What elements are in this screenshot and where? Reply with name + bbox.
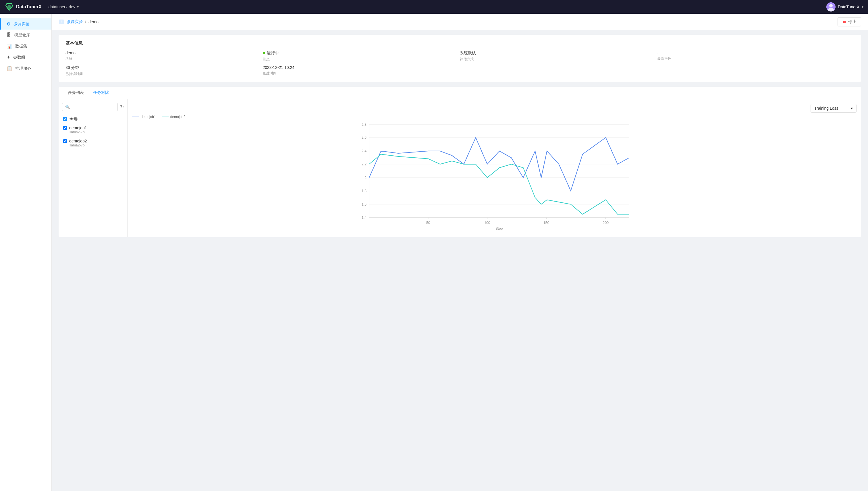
- svg-text:150: 150: [544, 221, 549, 225]
- stop-button[interactable]: ⏹ 停止: [838, 17, 861, 26]
- info-score-value: -: [657, 51, 855, 55]
- tab-task-compare[interactable]: 任务对比: [88, 87, 114, 99]
- user-menu[interactable]: DataTunerX ▾: [826, 2, 863, 11]
- logo-text: DataTunerX: [16, 4, 42, 9]
- user-chevron-icon: ▾: [862, 5, 863, 9]
- info-duration: 36 分钟 已持续时间: [65, 65, 263, 76]
- breadcrumb-current: demo: [88, 20, 98, 24]
- svg-text:2.2: 2.2: [361, 162, 367, 166]
- left-panel: 🔍 ↻ 全选 demojob1 llama: [59, 99, 127, 237]
- breadcrumb-section[interactable]: 微调实验: [67, 19, 83, 24]
- svg-text:2.6: 2.6: [361, 136, 367, 140]
- select-all-label: 全选: [69, 116, 78, 121]
- job1-model: llama2-7b: [69, 130, 123, 134]
- svg-text:200: 200: [603, 221, 609, 225]
- job-item-2[interactable]: demojob2 llama2-7b: [62, 136, 124, 150]
- info-eval-value: 系统默认: [460, 51, 657, 56]
- job1-checkbox[interactable]: [63, 126, 67, 130]
- sidebar-label-infer-service: 推理服务: [15, 66, 31, 71]
- logo[interactable]: DataTunerX: [5, 2, 42, 11]
- chart-legend: demojob1 demojob2: [132, 115, 857, 119]
- status-dot-icon: [263, 52, 265, 54]
- metric-label: Training Loss: [814, 106, 838, 111]
- chart-header: Training Loss ▾: [132, 104, 857, 113]
- breadcrumb-bar: F 微调实验 / demo ⏹ 停止: [52, 14, 868, 30]
- info-duration-label: 已持续时间: [65, 71, 263, 76]
- info-grid: demo 名称 运行中 状态 系统默认 评估方式 - 最高评分: [65, 51, 854, 76]
- demojob2-line: [369, 154, 629, 214]
- tab-task-list[interactable]: 任务列表: [63, 87, 88, 99]
- sidebar-item-finetune[interactable]: ⚙ 微调实验: [0, 18, 51, 30]
- basic-info-title: 基本信息: [65, 40, 854, 46]
- metric-selector[interactable]: Training Loss ▾: [811, 104, 857, 113]
- job2-name: demojob2: [69, 139, 87, 143]
- topbar: DataTunerX datatunerx-dev ▾ DataTunerX ▾: [0, 0, 868, 14]
- tabs-header: 任务列表 任务对比: [59, 87, 861, 99]
- legend-line-1: [132, 117, 139, 117]
- sidebar-item-model-repo[interactable]: 🗄 模型仓库: [0, 30, 51, 40]
- search-input[interactable]: [71, 105, 115, 109]
- stop-label: 停止: [848, 19, 856, 24]
- svg-text:1.6: 1.6: [361, 202, 367, 206]
- svg-text:F: F: [61, 20, 62, 24]
- svg-text:2.4: 2.4: [361, 149, 367, 153]
- dataset-icon: 📊: [7, 44, 12, 49]
- sidebar-item-param-group[interactable]: ✦ 参数组: [0, 52, 51, 63]
- info-score: - 最高评分: [657, 51, 855, 62]
- info-eval: 系统默认 评估方式: [460, 51, 657, 62]
- stop-icon: ⏹: [842, 20, 846, 24]
- model-repo-icon: 🗄: [7, 32, 11, 38]
- svg-text:2: 2: [365, 176, 367, 180]
- job2-checkbox[interactable]: [63, 139, 67, 143]
- svg-text:100: 100: [484, 221, 490, 225]
- infer-icon: 📋: [7, 66, 12, 71]
- svg-text:1.8: 1.8: [361, 189, 367, 193]
- info-duration-value: 36 分钟: [65, 65, 263, 70]
- sidebar-item-dataset[interactable]: 📊 数据集: [0, 40, 51, 52]
- main-content: F 微调实验 / demo ⏹ 停止 基本信息 demo 名称: [52, 14, 868, 491]
- info-created-value: 2023-12-21 10:24: [263, 65, 460, 70]
- search-row: 🔍 ↻: [62, 103, 124, 111]
- sidebar: ⚙ 微调实验 🗄 模型仓库 📊 数据集 ✦ 参数组 📋 推理服务: [0, 14, 52, 491]
- user-name: DataTunerX: [838, 5, 859, 9]
- logo-icon: [5, 2, 14, 11]
- info-name-label: 名称: [65, 56, 263, 61]
- sidebar-label-finetune: 微调实验: [13, 22, 30, 27]
- param-icon: ✦: [7, 55, 10, 60]
- project-name: datatunerx-dev: [49, 5, 75, 9]
- finetune-icon: ⚙: [7, 21, 11, 27]
- training-loss-chart: .axis-text { font-size: 11px; fill: #999…: [132, 121, 857, 230]
- task-compare-content: 🔍 ↻ 全选 demojob1 llama: [59, 99, 861, 237]
- info-name: demo 名称: [65, 51, 263, 62]
- refresh-button[interactable]: ↻: [120, 104, 124, 110]
- info-status-label: 状态: [263, 57, 460, 62]
- search-box[interactable]: 🔍: [62, 103, 118, 111]
- job1-name: demojob1: [69, 125, 87, 130]
- svg-point-3: [829, 4, 833, 7]
- sidebar-item-infer-service[interactable]: 📋 推理服务: [0, 63, 51, 74]
- legend-label-2: demojob2: [170, 115, 185, 119]
- svg-text:50: 50: [426, 221, 430, 225]
- breadcrumb: F 微调实验 / demo: [59, 19, 98, 25]
- svg-text:2.8: 2.8: [361, 123, 367, 126]
- legend-item-2: demojob2: [162, 115, 185, 119]
- job2-header: demojob2: [63, 139, 123, 143]
- info-status-value: 运行中: [263, 51, 460, 56]
- breadcrumb-separator: /: [85, 20, 86, 24]
- layout: ⚙ 微调实验 🗄 模型仓库 📊 数据集 ✦ 参数组 📋 推理服务 F: [0, 14, 868, 491]
- info-score-label: 最高评分: [657, 56, 855, 61]
- metric-chevron-icon: ▾: [851, 106, 853, 111]
- info-eval-label: 评估方式: [460, 57, 657, 62]
- svg-text:Step: Step: [495, 227, 503, 230]
- info-created: 2023-12-21 10:24 创建时间: [263, 65, 460, 76]
- info-created-label: 创建时间: [263, 71, 460, 76]
- job1-header: demojob1: [63, 125, 123, 130]
- job-item-1[interactable]: demojob1 llama2-7b: [62, 123, 124, 136]
- right-panel: Training Loss ▾ demojob1 demojob2: [127, 99, 861, 237]
- select-all-checkbox[interactable]: [63, 117, 67, 121]
- search-icon: 🔍: [65, 105, 70, 109]
- info-name-value: demo: [65, 51, 263, 55]
- project-selector[interactable]: datatunerx-dev ▾: [49, 5, 79, 9]
- select-all-row[interactable]: 全选: [62, 115, 124, 123]
- basic-info-card: 基本信息 demo 名称 运行中 状态 系统默认 评估方式: [59, 35, 861, 82]
